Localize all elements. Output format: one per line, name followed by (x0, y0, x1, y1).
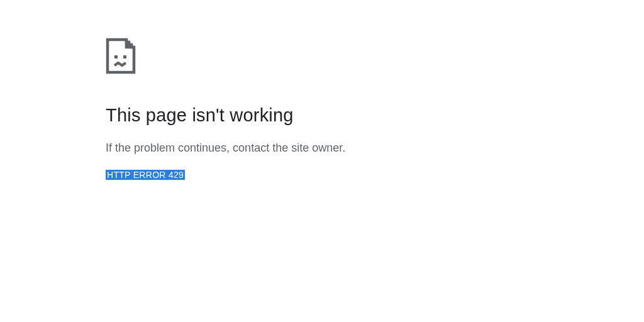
error-message: If the problem continues, contact the si… (106, 140, 644, 157)
error-page: This page isn't working If the problem c… (0, 0, 644, 180)
error-title: This page isn't working (106, 105, 644, 126)
svg-rect-1 (123, 55, 126, 58)
broken-file-icon (106, 38, 644, 77)
svg-rect-0 (114, 55, 118, 58)
error-code-badge: HTTP ERROR 429 (106, 170, 185, 180)
